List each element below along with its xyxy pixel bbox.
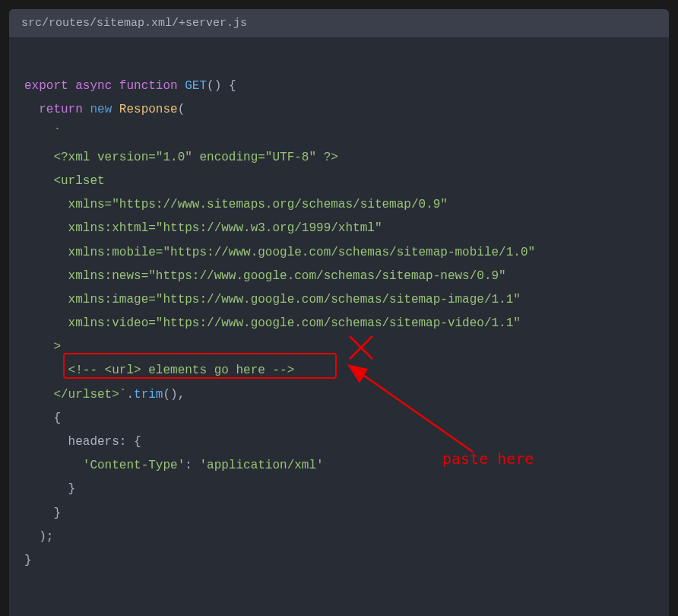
open-paren: (: [178, 103, 185, 116]
code-block: src/routes/sitemap.xml/+server.js export…: [9, 9, 669, 616]
filename-bar: src/routes/sitemap.xml/+server.js: [9, 9, 669, 37]
code-line-19: }: [24, 506, 61, 520]
parens-brace: () {: [207, 79, 236, 93]
code-line-6: xmlns="https://www.sitemaps.org/schemas/…: [24, 198, 448, 211]
code-line-12: >: [24, 340, 61, 354]
prop-headers: headers: [68, 435, 119, 449]
code-line-13: <!-- <url> elements go here -->: [24, 364, 294, 377]
keyword-new: new: [90, 103, 112, 116]
code-line-7: xmlns:xhtml="https://www.w3.org/1999/xht…: [24, 221, 382, 235]
code-line-18: }: [24, 482, 75, 496]
code-line-14a: </urlset>`: [24, 388, 126, 402]
keyword-return: return: [39, 103, 83, 116]
code-line-4: <?xml version="1.0" encoding="UTF-8" ?>: [24, 151, 338, 164]
keyword-export: export: [24, 79, 68, 93]
filename-text: src/routes/sitemap.xml/+server.js: [21, 17, 247, 30]
code-line-15: {: [24, 411, 61, 425]
header-key: 'Content-Type': [83, 459, 185, 472]
colon: :: [185, 459, 199, 472]
svg-line-0: [350, 336, 372, 359]
header-value: 'application/xml': [199, 459, 323, 472]
code-line-8: xmlns:mobile="https://www.google.com/sch…: [24, 246, 535, 259]
code-line-5: <urlset: [24, 174, 105, 188]
svg-line-1: [350, 336, 372, 359]
arrow-icon: [336, 330, 496, 467]
code-line-11: xmlns:video="https://www.google.com/sche…: [24, 316, 521, 330]
function-name: GET: [185, 79, 207, 93]
code-line-21: }: [24, 554, 32, 567]
code-line-10: xmlns:image="https://www.google.com/sche…: [24, 293, 521, 306]
svg-line-2: [359, 372, 473, 452]
keyword-function: function: [119, 79, 178, 93]
template-backtick: `: [24, 127, 61, 141]
code-line-14b: (),: [163, 388, 185, 402]
class-response: Response: [119, 103, 178, 116]
method-trim: trim: [134, 388, 163, 402]
code-content: export async function GET() { return new…: [9, 37, 669, 616]
code-line-9: xmlns:news="https://www.google.com/schem…: [24, 269, 506, 283]
svg-marker-3: [347, 364, 368, 383]
code-line-16-rest: : {: [119, 435, 141, 449]
code-line-20: );: [24, 530, 53, 544]
annotation-label: paste here: [442, 444, 534, 474]
keyword-async: async: [75, 79, 112, 93]
